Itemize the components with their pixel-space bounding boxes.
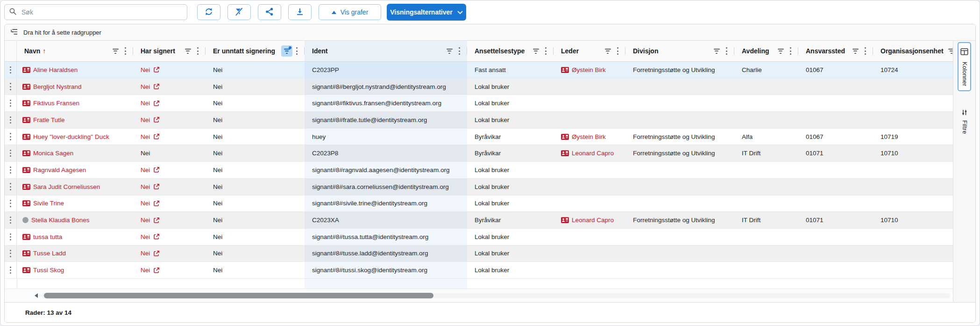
- har-signert-link[interactable]: Nei: [141, 100, 160, 107]
- column-menu-icon[interactable]: [613, 45, 622, 57]
- person-link[interactable]: Fratle Tutle: [22, 116, 65, 123]
- row-menu-icon[interactable]: [7, 148, 15, 159]
- column-filter-button[interactable]: [946, 45, 953, 57]
- download-button[interactable]: [288, 4, 312, 20]
- column-header-har_signert[interactable]: Har signert: [133, 41, 206, 61]
- column-filter-button[interactable]: [850, 45, 861, 57]
- har-signert-link[interactable]: Nei: [141, 267, 160, 274]
- column-header-ident[interactable]: Ident: [305, 41, 467, 61]
- search-input[interactable]: [4, 4, 187, 20]
- column-filter-button[interactable]: [775, 45, 786, 57]
- column-menu-icon[interactable]: [455, 45, 463, 57]
- row-menu-icon[interactable]: [7, 81, 15, 92]
- person-link[interactable]: Ragnvald Aagesen: [22, 167, 86, 174]
- column-header-avdeling[interactable]: Avdeling: [734, 41, 798, 61]
- column-filter-button[interactable]: [711, 45, 722, 57]
- column-filter-button[interactable]: [530, 45, 541, 57]
- har-signert-link[interactable]: Nei: [141, 250, 160, 257]
- row-menu-icon[interactable]: [7, 265, 15, 276]
- column-menu-icon[interactable]: [292, 45, 301, 57]
- row-menu-icon[interactable]: [7, 231, 15, 242]
- har-signert-link[interactable]: Nei: [141, 183, 160, 190]
- clear-filter-button[interactable]: [227, 4, 251, 20]
- column-filter-button[interactable]: [110, 45, 121, 57]
- share-button[interactable]: [258, 4, 281, 20]
- table-row[interactable]: Fiktivus FransenNei Neisignant#8#fiktivu…: [5, 95, 953, 112]
- column-menu-icon[interactable]: [786, 45, 795, 57]
- har-signert-link[interactable]: Nei: [141, 167, 160, 174]
- har-signert-link[interactable]: Nei: [141, 133, 160, 140]
- side-tab-filtre[interactable]: Filtre: [958, 103, 971, 139]
- person-link[interactable]: Øystein Birk: [561, 66, 606, 73]
- person-link[interactable]: Aline Haraldsen: [22, 66, 78, 73]
- har-signert-link[interactable]: Nei: [141, 66, 160, 73]
- scrollbar-track[interactable]: [41, 293, 950, 298]
- column-filter-button[interactable]: [182, 45, 193, 57]
- person-link[interactable]: Leonard Capro: [561, 150, 614, 157]
- column-header-ansettelsestype[interactable]: Ansettelsestype: [467, 41, 554, 61]
- column-menu-icon[interactable]: [722, 45, 731, 57]
- table-row[interactable]: Tusse LaddNei Neisignant#8#tusse.ladd@id…: [5, 246, 953, 262]
- person-link[interactable]: Monica Sagen: [22, 150, 73, 157]
- row-menu-icon[interactable]: [7, 181, 15, 192]
- column-header-divisjon[interactable]: Divisjon: [625, 41, 734, 61]
- contact-card-icon: [561, 217, 569, 223]
- column-menu-icon[interactable]: [541, 45, 550, 57]
- column-menu-icon[interactable]: [121, 45, 129, 57]
- har-signert-link[interactable]: Nei: [141, 200, 160, 207]
- table-row[interactable]: Sivile TrineNei Neisignant#8#sivile.trin…: [5, 196, 953, 212]
- table-row[interactable]: Monica SagenNeiNeiC2023P8Byråvikar Leona…: [5, 145, 953, 162]
- person-link[interactable]: Sara Judit Corneliussen: [22, 183, 100, 190]
- side-tab-kolonner[interactable]: Kolonner: [958, 42, 971, 91]
- refresh-button[interactable]: [197, 4, 220, 20]
- scroll-left-arrow-icon[interactable]: [35, 293, 38, 298]
- person-link[interactable]: Bergljot Nystrand: [22, 83, 82, 90]
- scrollbar-thumb[interactable]: [44, 293, 433, 298]
- table-row[interactable]: Bergljot NystrandNei Neisignant#8#berglj…: [5, 79, 953, 95]
- display-options-button[interactable]: Visningsalternativer: [387, 4, 466, 21]
- column-header-ansvarssted[interactable]: Ansvarssted: [798, 41, 873, 61]
- row-menu-icon[interactable]: [7, 98, 15, 109]
- row-menu-icon[interactable]: [7, 198, 15, 209]
- column-header-navn[interactable]: Navn ↑: [17, 41, 133, 61]
- table-row[interactable]: tussa tuttaNei Neisignant#8#tussa.tutta@…: [5, 229, 953, 246]
- person-link[interactable]: Huey "lover-duckling" Duck: [22, 133, 109, 140]
- person-link[interactable]: Leonard Capro: [561, 217, 614, 224]
- har-signert-link[interactable]: Nei: [141, 116, 160, 123]
- row-menu-icon[interactable]: [7, 64, 15, 75]
- table-row[interactable]: Ragnvald AagesenNei Neisignant#8#ragnval…: [5, 162, 953, 179]
- har-signert-link[interactable]: Nei: [141, 217, 160, 224]
- show-charts-button[interactable]: Vis grafer: [319, 4, 381, 20]
- column-header-leder[interactable]: Leder: [554, 41, 625, 61]
- person-link[interactable]: Øystein Birk: [561, 133, 606, 140]
- row-group-drop-zone[interactable]: Dra hit for å sette radgrupper: [5, 24, 975, 41]
- horizontal-scrollbar[interactable]: [5, 289, 953, 302]
- person-link[interactable]: Fiktivus Fransen: [22, 100, 79, 107]
- row-menu-icon[interactable]: [7, 131, 15, 142]
- table-row[interactable]: Huey "lover-duckling" DuckNei NeihueyByr…: [5, 129, 953, 145]
- person-link[interactable]: Stella Klaudia Bones: [22, 217, 90, 224]
- column-filter-button[interactable]: [281, 45, 292, 57]
- har-signert-link[interactable]: Nei: [141, 83, 160, 90]
- person-link[interactable]: Sivile Trine: [22, 200, 64, 207]
- table-row[interactable]: Aline HaraldsenNei NeiC2023PPFast ansatt…: [5, 62, 953, 79]
- table-row[interactable]: Tussi SkogNei Neisignant#8#tussi.skog@id…: [5, 262, 953, 279]
- column-header-er_unntatt[interactable]: Er unntatt signering: [206, 41, 305, 61]
- person-link[interactable]: Tussi Skog: [22, 267, 64, 274]
- column-filter-button[interactable]: [602, 45, 613, 57]
- person-link[interactable]: Tusse Ladd: [22, 250, 66, 257]
- person-link[interactable]: tussa tutta: [22, 233, 62, 240]
- cell-navn: Fratle Tutle: [17, 112, 133, 128]
- column-menu-icon[interactable]: [861, 45, 869, 57]
- column-filter-button[interactable]: [444, 45, 455, 57]
- row-menu-icon[interactable]: [7, 215, 15, 226]
- row-menu-icon[interactable]: [7, 164, 15, 175]
- table-row[interactable]: Fratle TutleNei Neisignant#8#fratle.tutl…: [5, 112, 953, 129]
- table-row[interactable]: Sara Judit CorneliussenNei Neisignant#8#…: [5, 179, 953, 196]
- column-menu-icon[interactable]: [193, 45, 202, 57]
- table-row[interactable]: Stella Klaudia BonesNei NeiC2023XAByråvi…: [5, 212, 953, 229]
- har-signert-link[interactable]: Nei: [141, 233, 160, 240]
- column-header-organisasjonsenhet[interactable]: Organisasjonsenhet: [873, 41, 953, 61]
- row-menu-icon[interactable]: [7, 248, 15, 259]
- row-menu-icon[interactable]: [7, 114, 15, 125]
